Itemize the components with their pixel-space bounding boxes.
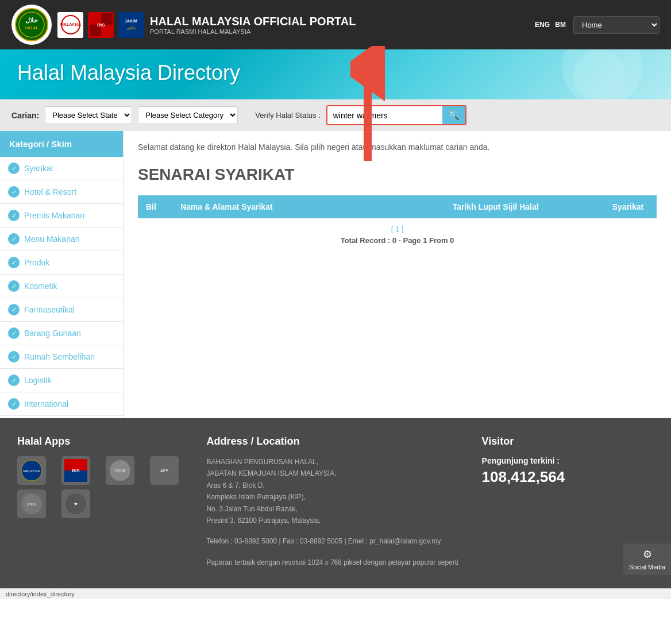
sidebar-item-produk[interactable]: ✓ Produk (0, 251, 123, 275)
sidebar-item-label: Menu Makanan (24, 234, 80, 244)
sidebar-item-kosmetik[interactable]: ✓ Kosmetik (0, 275, 123, 298)
pagination-link[interactable]: [ 1 ] (391, 225, 404, 233)
nav-dropdown[interactable]: Home About Contact (573, 16, 660, 34)
category-select[interactable]: Please Select Category (138, 106, 238, 124)
header-nav: ENG BM Home About Contact (533, 16, 660, 34)
portal-subtitle: PORTAL RASMI HALAL MALAYSIA (150, 28, 525, 35)
state-select[interactable]: Please Select State (45, 106, 132, 124)
app-logo-5[interactable]: UNIV (17, 489, 46, 518)
footer-contact: Telefon : 03-8892 5000 | Fax : 03-8892 5… (206, 535, 464, 547)
footer-grid: Halal Apps MALAYSIA BIS (17, 435, 654, 568)
app-logo-3[interactable]: CCM (106, 456, 134, 485)
footer-best-view: Paparan terbaik dengan resolusi 1024 x 7… (206, 557, 464, 568)
social-media-label: Social Media (629, 564, 665, 570)
check-icon: ✓ (8, 257, 20, 268)
check-icon: ✓ (8, 280, 20, 292)
gov-logo-1: MALAYSIA (57, 12, 83, 38)
table-header-bil: Bil (138, 195, 172, 218)
footer-address-lines: BAHAGIAN PENGURUSAN HALAL, JABATAN KEMAJ… (206, 456, 464, 526)
footer-apps-section: Halal Apps MALAYSIA BIS (17, 435, 189, 568)
content-area: Selamat datang ke direktori Halal Malays… (124, 131, 671, 418)
svg-text:❤: ❤ (74, 502, 78, 506)
sidebar-item-label: Logistik (24, 376, 51, 385)
search-button[interactable]: 🔍 (442, 106, 465, 124)
main-content: Kategori / Skim ✓ Syarikat ✓ Hotel & Res… (0, 131, 671, 418)
check-icon: ✓ (8, 375, 20, 386)
gov-logos: MALAYSIA BIS JAKIM جاكيم (57, 12, 144, 38)
sidebar-item-label: Syarikat (24, 164, 53, 173)
app-logo-6[interactable]: ❤ (61, 489, 90, 518)
lang-links: ENG BM (533, 21, 568, 29)
sidebar-item-label: Premis Makanan (24, 211, 84, 220)
sidebar-header: Kategori / Skim (0, 131, 123, 157)
footer: Halal Apps MALAYSIA BIS (0, 418, 671, 588)
sidebar: Kategori / Skim ✓ Syarikat ✓ Hotel & Res… (0, 131, 124, 418)
svg-text:MALAYSIA: MALAYSIA (60, 22, 81, 26)
footer-visitor-label: Pengunjung terkini : (482, 456, 654, 465)
table-header-syarikat: Syarikat (599, 195, 657, 218)
portal-title: HALAL MALAYSIA OFFICIAL PORTAL (150, 15, 525, 28)
search-bar: Carian: Please Select State Please Selec… (0, 99, 671, 131)
svg-text:HALAL: HALAL (25, 26, 38, 30)
sidebar-item-farma[interactable]: ✓ Farmaseutikal (0, 298, 123, 322)
visitor-count: 108,412,564 (482, 468, 654, 486)
search-input[interactable] (327, 106, 442, 124)
gear-icon: ⚙ (643, 548, 652, 561)
sidebar-item-menu[interactable]: ✓ Menu Makanan (0, 227, 123, 251)
header: حلال HALAL MALAYSIA BIS (0, 0, 671, 49)
sidebar-item-international[interactable]: ✓ International (0, 392, 123, 416)
status-bar: directory/index_directory (0, 588, 671, 599)
status-url: directory/index_directory (6, 591, 75, 597)
sidebar-item-barang[interactable]: ✓ Barang Gunaan (0, 322, 123, 345)
sidebar-item-label: Kosmetik (24, 281, 57, 291)
check-icon: ✓ (8, 210, 20, 221)
sidebar-item-hotel[interactable]: ✓ Hotel & Resort (0, 180, 123, 204)
svg-point-0 (16, 9, 48, 41)
sidebar-item-label: Rumah Sembelihan (24, 352, 95, 361)
halal-logo: حلال HALAL (11, 5, 52, 45)
table-header-tarikh: Tarikh Luput Sijil Halal (392, 195, 599, 218)
svg-text:UNIV: UNIV (27, 502, 37, 506)
sidebar-item-label: Farmaseutikal (24, 305, 75, 314)
search-label: Carian: (11, 111, 39, 120)
verify-label: Verify Halal Status : (255, 111, 320, 119)
banner: Halal Malaysia Directory (0, 49, 671, 99)
check-icon: ✓ (8, 327, 20, 339)
social-media-button[interactable]: ⚙ Social Media (623, 543, 671, 575)
lang-bm[interactable]: BM (555, 21, 566, 29)
sidebar-item-label: International (24, 399, 68, 408)
footer-address-section: Address / Location BAHAGIAN PENGURUSAN H… (206, 435, 464, 568)
app-logo-4[interactable]: APP (150, 456, 179, 485)
footer-apps-logos: MALAYSIA BIS CCM (17, 456, 189, 518)
footer-visitor-title: Visitor (482, 435, 654, 448)
check-icon: ✓ (8, 351, 20, 363)
sidebar-item-rumah[interactable]: ✓ Rumah Sembelihan (0, 345, 123, 369)
welcome-text: Selamat datang ke direktori Halal Malays… (138, 142, 657, 152)
header-title-area: HALAL MALAYSIA OFFICIAL PORTAL PORTAL RA… (150, 15, 525, 35)
search-input-wrap: 🔍 (326, 105, 466, 125)
sidebar-item-logistik[interactable]: ✓ Logistik (0, 369, 123, 392)
app-logo-1[interactable]: MALAYSIA (17, 456, 46, 485)
gov-logo-3: JAKIM جاكيم (118, 12, 144, 38)
logo-area: حلال HALAL MALAYSIA BIS (11, 5, 525, 45)
arrow-container: SENARAI SYARIKAT (138, 156, 657, 184)
lang-eng[interactable]: ENG (535, 21, 550, 29)
svg-text:BIS: BIS (72, 468, 80, 473)
sidebar-item-label: Hotel & Resort (24, 187, 76, 196)
check-icon: ✓ (8, 398, 20, 410)
check-icon: ✓ (8, 163, 20, 174)
svg-text:جاكيم: جاكيم (127, 26, 136, 30)
app-logo-2[interactable]: BIS (61, 456, 90, 485)
sidebar-item-premis[interactable]: ✓ Premis Makanan (0, 204, 123, 227)
svg-text:حلال: حلال (25, 17, 38, 24)
footer-apps-title: Halal Apps (17, 435, 189, 448)
table-header-nama: Nama & Alamat Syarikat (172, 195, 392, 218)
svg-text:CCM: CCM (115, 468, 126, 473)
check-icon: ✓ (8, 186, 20, 198)
total-record: Total Record : 0 - Page 1 From 0 (144, 236, 651, 245)
svg-rect-11 (118, 13, 144, 36)
sidebar-item-label: Barang Gunaan (24, 329, 81, 338)
section-title: SENARAI SYARIKAT (138, 165, 657, 184)
check-icon: ✓ (8, 233, 20, 245)
sidebar-item-syarikat[interactable]: ✓ Syarikat (0, 157, 123, 180)
